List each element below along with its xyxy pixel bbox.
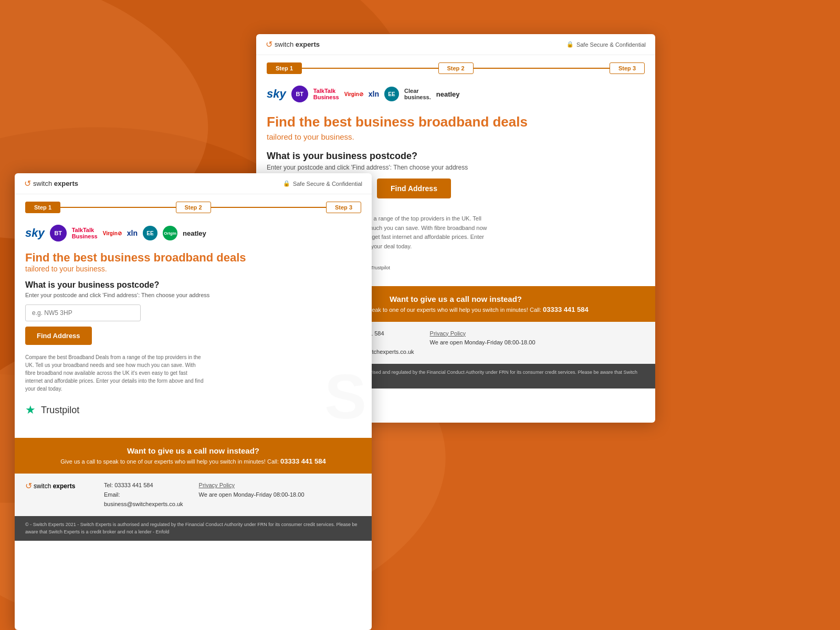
front-step-line-2	[211, 207, 326, 208]
front-footer-links: Privacy Policy We are open Monday-Friday…	[199, 481, 304, 499]
front-email-label: Email:	[104, 491, 120, 498]
back-providers-row: sky BT TalkTalkBusiness Virgin⊘ xln EE C…	[256, 81, 655, 107]
front-tel: 03333 441 584	[114, 482, 153, 488]
front-section-title: What is your business postcode?	[25, 280, 361, 290]
front-footer-logo: ↺ switch experts	[25, 481, 88, 491]
front-footer-logo-text: switch experts	[34, 482, 75, 490]
ee-logo: EE	[384, 87, 399, 101]
front-secure-badge: 🔒 Safe Secure & Confidential	[283, 180, 362, 187]
back-cta-phone: 03333 441 584	[543, 306, 589, 313]
front-cta-phone: 03333 441 584	[280, 457, 326, 465]
back-secure-badge: 🔒 Safe Secure & Confidential	[566, 41, 646, 48]
back-window-header: ↺ switch experts 🔒 Safe Secure & Confide…	[256, 34, 655, 55]
back-step-3-label: Step 3	[610, 62, 645, 74]
back-footer-links: Privacy Policy We are open Monday-Friday…	[430, 329, 536, 348]
front-logo-text: switch experts	[33, 180, 78, 187]
back-steps-bar: Step 1 Step 2 Step 3	[256, 55, 655, 81]
front-subheadline: tailored to your business.	[25, 265, 361, 273]
back-step-1[interactable]: Step 1	[267, 62, 302, 74]
front-tp-name: Trustpilot	[41, 405, 79, 416]
front-lock-icon: 🔒	[283, 180, 290, 187]
sky-logo: sky	[267, 87, 286, 101]
xln-logo: xln	[369, 90, 379, 98]
front-cta-banner: Want to give us a call now instead? Give…	[15, 438, 372, 474]
front-cta-subtitle-text: Give us a call to speak to one of our ex…	[60, 458, 279, 465]
front-step-2-label: Step 2	[176, 202, 211, 213]
back-step-2[interactable]: Step 2	[438, 62, 474, 74]
front-step-3-label: Step 3	[326, 202, 361, 213]
back-hours: We are open Monday-Friday 08:00-18.00	[430, 339, 536, 345]
front-hours: We are open Monday-Friday 08:00-18.00	[199, 491, 304, 498]
back-secure-label: Safe Secure & Confidential	[576, 41, 646, 48]
front-footer: ↺ switch experts Tel: 03333 441 584 Emai…	[15, 474, 372, 516]
front-sky-logo: sky	[25, 226, 45, 240]
back-section-desc: Enter your postcode and click 'Find addr…	[267, 164, 645, 171]
front-body-text: Compare the best Broadband Deals from a …	[25, 353, 204, 393]
bt-logo: BT	[291, 86, 308, 102]
front-origin-logo: Origin	[163, 226, 177, 240]
back-subheadline: tailored to your business.	[267, 132, 645, 141]
front-xln-logo: xln	[127, 229, 138, 237]
front-window-header: ↺ switch experts 🔒 Safe Secure & Confide…	[15, 173, 372, 194]
front-email: business@switchexperts.co.uk	[104, 501, 183, 507]
front-providers-row: sky BT TalkTalkBusiness Virgin⊘ xln EE O…	[15, 220, 372, 246]
back-step-3[interactable]: Step 3	[610, 62, 645, 74]
front-logo-icon: ↺	[24, 178, 31, 188]
back-logo: ↺ switch experts	[266, 39, 320, 49]
front-privacy-link[interactable]: Privacy Policy	[199, 482, 235, 488]
front-tp-star-icon: ★	[25, 403, 36, 417]
front-main-content: Find the best business broadband deals t…	[15, 246, 372, 438]
front-secure-label: Safe Secure & Confidential	[293, 181, 362, 187]
front-watermark: S	[324, 360, 366, 433]
front-step-2[interactable]: Step 2	[176, 202, 211, 213]
front-footer-contact: Tel: 03333 441 584 Email: business@switc…	[104, 481, 183, 509]
front-step-3[interactable]: Step 3	[326, 202, 361, 213]
front-trustpilot-section: ★ Trustpilot	[25, 403, 361, 417]
front-tel-label: Tel:	[104, 482, 113, 488]
neatley-logo: neatley	[436, 90, 460, 98]
front-steps-bar: Step 1 Step 2 Step 3	[15, 194, 372, 220]
front-section-desc: Enter your postcode and click 'Find addr…	[25, 292, 361, 298]
back-step-1-label: Step 1	[267, 62, 302, 74]
back-privacy-link[interactable]: Privacy Policy	[430, 330, 466, 337]
front-legal-text: © - Switch Experts 2021 - Switch Experts…	[25, 522, 357, 534]
lock-icon: 🔒	[566, 41, 574, 48]
front-cta-title: Want to give us a call now instead?	[25, 446, 361, 455]
front-footer-logo-icon: ↺	[25, 481, 32, 491]
front-window: ↺ switch experts 🔒 Safe Secure & Confide…	[15, 173, 372, 630]
front-neatley-logo: neatley	[183, 229, 206, 237]
front-step-1-label: Step 1	[25, 202, 60, 213]
back-step-2-label: Step 2	[438, 62, 474, 74]
back-headline: Find the best business broadband deals	[267, 114, 645, 130]
back-step-line-1	[302, 68, 438, 69]
front-cta-subtitle: Give us a call to speak to one of our ex…	[25, 457, 361, 465]
back-logo-text: switch experts	[275, 40, 320, 48]
front-headline: Find the best business broadband deals	[25, 251, 361, 265]
front-talktalk-logo: TalkTalkBusiness	[72, 227, 98, 239]
front-step-line-1	[60, 207, 175, 208]
front-ee-logo: EE	[143, 226, 158, 240]
front-logo: ↺ switch experts	[24, 178, 78, 188]
front-find-address-button[interactable]: Find Address	[25, 327, 92, 345]
front-virgin-logo: Virgin⊘	[103, 230, 122, 236]
talktalk-logo: TalkTalkBusiness	[313, 88, 339, 100]
back-find-address-button[interactable]: Find Address	[377, 178, 451, 198]
virgin-logo: Virgin⊘	[344, 91, 363, 97]
front-step-1[interactable]: Step 1	[25, 202, 60, 213]
back-step-line-2	[474, 68, 610, 69]
front-bt-logo: BT	[50, 225, 67, 242]
back-section-title: What is your business postcode?	[267, 151, 645, 162]
clear-business-logo: Clearbusiness.	[404, 88, 431, 100]
front-legal-footer: © - Switch Experts 2021 - Switch Experts…	[15, 516, 372, 541]
front-postcode-input[interactable]	[25, 304, 141, 321]
back-logo-icon: ↺	[266, 39, 272, 49]
